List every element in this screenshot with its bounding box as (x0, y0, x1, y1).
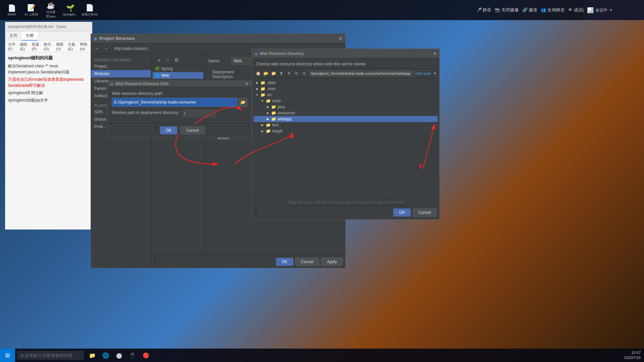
folder-webapp-icon: 📁 (271, 117, 276, 121)
ps-section-project-settings: Project Settings (91, 57, 151, 63)
ps-apply-btn[interactable]: Apply (321, 258, 343, 266)
taskbar-icon-file[interactable]: 📁 (86, 349, 99, 362)
taskbar-icon-app4[interactable]: 📱 (126, 349, 139, 362)
ps-help-icon[interactable]: ? (154, 259, 156, 264)
wrdp-path-label: Web resource directory path: (112, 91, 247, 96)
wrd-hide-path-btn[interactable]: Hide path (415, 71, 431, 75)
taskbar-app-3[interactable]: ☕ 日文整理.java (42, 2, 59, 18)
wrdp-ok-btn[interactable]: OK (160, 126, 177, 134)
ps-titlebar: ◈ Project Structure ✕ (91, 34, 345, 43)
ps-ok-btn[interactable]: OK (276, 258, 293, 266)
tree-arrow-idea: ▶ (255, 81, 259, 84)
ps-action-footer: ? OK Cancel Apply (151, 255, 345, 268)
typora-item-0: 解决Serialized class ** must implement.jav… (8, 63, 89, 75)
typora-tab-file[interactable]: 文件 (5, 32, 21, 41)
wrdp-dialog: ◈ Web Resource Directory Path ✕ Web reso… (107, 80, 252, 137)
menu-format[interactable]: 格式(O) (43, 42, 54, 51)
typora-menu: 文件(F) 编辑(E) 段落(P) 格式(O) 视图(V) 主题(E) 帮助(H… (5, 41, 92, 52)
taskbar-icon-app5[interactable]: 🔴 (139, 349, 153, 362)
tree-arrow-java: ▶ (266, 105, 270, 109)
wrdp-browse-btn[interactable]: 📂 (239, 98, 247, 107)
ps-copy-module-btn[interactable]: ⧉ (173, 57, 180, 64)
menu-paragraph[interactable]: 段落(P) (31, 42, 42, 51)
ps-nav-modules[interactable]: Modules (91, 70, 151, 77)
tree-resources[interactable]: ▶ 📁 resources (254, 110, 438, 116)
tree-test[interactable]: ▶ 📁 test (254, 122, 438, 128)
wrd-close2-btn[interactable]: ✕ (286, 70, 292, 77)
tree-target[interactable]: ▶ 📁 target (254, 128, 438, 134)
taskbar-start-btn[interactable]: ⊞ (0, 349, 15, 362)
wrd-close-btn[interactable]: ✕ (433, 51, 437, 56)
ps-remove-module-btn[interactable]: − (164, 57, 171, 64)
wrd-path-input[interactable] (309, 70, 413, 76)
wrdp-help-icon[interactable]: ? (154, 126, 157, 134)
ps-module-name: itrip-trade-consum... (114, 46, 150, 51)
wrd-up-btn[interactable]: ⬆ (278, 70, 285, 77)
ps-module-web[interactable]: 🌐 Web (153, 72, 203, 79)
wrdp-close-btn[interactable]: ✕ (245, 81, 249, 86)
wrd-cancel-btn[interactable]: Cancel (413, 208, 437, 217)
typora-content-title: springboot碰到的问题 (8, 55, 89, 61)
tree-arrow-webapp: ▶ (266, 117, 270, 121)
wrdp-content: Web resource directory path: 📂 Relative … (108, 87, 251, 123)
wrd-filter-btn[interactable]: ⊙ (301, 70, 308, 77)
wrdp-rel-input[interactable] (182, 110, 215, 117)
tree-main[interactable]: ▼ 📁 main (254, 98, 438, 104)
typora-tab-outline[interactable]: 大纲 (21, 32, 38, 41)
tree-idea[interactable]: ▶ 📁 .idea (254, 80, 438, 86)
wrd-ok-btn[interactable]: OK (393, 208, 410, 217)
ps-nav-fwd[interactable]: → (102, 45, 110, 52)
wrdp-cancel-btn[interactable]: Cancel (181, 126, 204, 134)
tree-java[interactable]: ▶ 📁 java (254, 104, 438, 110)
tree-arrow-resources: ▶ (266, 111, 270, 115)
tree-src[interactable]: ▼ 📁 src (254, 92, 438, 98)
menu-view[interactable]: 视图(V) (55, 42, 66, 51)
taskbar-icon-browser[interactable]: 🌐 (99, 349, 112, 362)
typora-title-text: springboot问题和常用注册.md - Typora (8, 24, 66, 29)
web-icon: 🌐 (155, 73, 160, 78)
menu-theme[interactable]: 主题(E) (67, 42, 78, 51)
ps-module-spring[interactable]: 🌿 Spring (153, 65, 203, 72)
ps-close-btn[interactable]: ✕ (339, 36, 343, 41)
taskbar-search-input[interactable] (17, 351, 84, 360)
taskbar-app-1[interactable]: 📄 86563 (3, 2, 20, 18)
tree-label-java: java (278, 105, 285, 109)
taskbar-icon-chrome[interactable]: ⬤ (112, 349, 126, 362)
ps-action-right: OK Cancel Apply (276, 258, 343, 266)
ps-nav-back[interactable]: ← (94, 45, 101, 52)
typora-item-1: 只需在自己的model实体类里面implements Serializable即… (8, 76, 89, 88)
wrd-footer: ? OK Cancel (252, 205, 439, 219)
tree-webapp[interactable]: ▶ 📁 webapp (254, 116, 438, 122)
wrd-title: Web Resource Directory (260, 51, 433, 56)
wrd-help-icon[interactable]: ? (255, 208, 257, 217)
menu-file[interactable]: 文件(F) (7, 42, 18, 51)
menu-help[interactable]: 帮助(H) (79, 42, 90, 51)
tree-label-idea: .idea (267, 80, 276, 85)
wrd-toolbar: 🏠 📂 📁 ⬆ ✕ ↻ ⊙ Hide path + (252, 69, 439, 78)
wrd-home-btn[interactable]: 🏠 (255, 70, 261, 77)
tree-arrow-target: ▶ (260, 129, 264, 133)
menu-edit[interactable]: 编辑(E) (19, 42, 30, 51)
folder-test-icon: 📁 (266, 123, 271, 127)
tree-label-mvn: .mvn (267, 86, 276, 91)
meeting-panel: 📊 会议中 ▼ (584, 0, 644, 20)
ps-nav-project[interactable]: Project (91, 63, 151, 70)
tree-label-resources: resources (278, 111, 295, 115)
wrdp-footer: ? OK Cancel (108, 123, 251, 137)
wrd-folder-btn[interactable]: 📂 (262, 70, 269, 77)
ps-cancel-btn[interactable]: Cancel (295, 258, 319, 266)
taskbar-time: 10:07 (624, 350, 641, 355)
wrd-add-btn[interactable]: + (434, 70, 437, 76)
taskbar-app-2[interactable]: 📝 01 上班词 (23, 2, 40, 18)
wrdp-rel-label: Relative path in deployment directory: (112, 110, 179, 115)
tree-mvn[interactable]: ▶ 📁 .mvn (254, 86, 438, 92)
taskbar-app-4[interactable]: 🌱 SpringBo... (62, 2, 79, 18)
tree-label-webapp: webapp (278, 117, 292, 121)
ps-tab-deployment[interactable]: Deployment Descriptors (208, 68, 258, 81)
taskbar-date: 2020/7/16 (624, 355, 641, 360)
wrd-refresh-btn[interactable]: ↻ (293, 70, 300, 77)
taskbar-app-5[interactable]: 📄 自我介绍.txt (81, 2, 98, 18)
wrd-folder2-btn[interactable]: 📁 (270, 70, 277, 77)
ps-add-module-btn[interactable]: + (155, 57, 163, 64)
wrdp-path-input[interactable] (112, 98, 237, 107)
